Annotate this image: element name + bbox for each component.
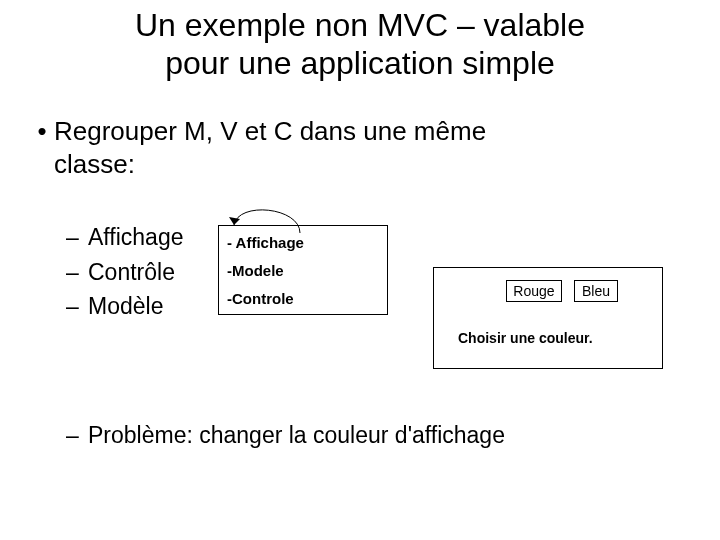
class-item-modele: -Modele — [227, 262, 284, 279]
bullet-indent — [30, 148, 54, 181]
example-ui-box: Rouge Bleu Choisir une couleur. — [433, 267, 663, 369]
dash-icon: – — [66, 255, 88, 290]
sub-bullet-affichage: –Affichage — [66, 220, 183, 255]
dash-icon: – — [66, 418, 88, 453]
bullet-text-line1: Regrouper M, V et C dans une même — [54, 116, 486, 146]
sub-label: Contrôle — [88, 259, 175, 285]
sub-label: Affichage — [88, 224, 183, 250]
slide-title: Un exemple non MVC – valable pour une ap… — [0, 6, 720, 83]
dash-icon: – — [66, 289, 88, 324]
dash-icon: – — [66, 220, 88, 255]
bullet-text-line2: classe: — [54, 149, 135, 179]
title-line-2: pour une application simple — [165, 45, 555, 81]
bleu-button[interactable]: Bleu — [574, 280, 618, 302]
title-line-1: Un exemple non MVC – valable — [135, 7, 585, 43]
sub-bullets: –Affichage –Contrôle –Modèle — [66, 220, 183, 324]
rouge-button[interactable]: Rouge — [506, 280, 562, 302]
sub-bullet-modele: –Modèle — [66, 289, 183, 324]
class-item-affichage: - Affichage — [227, 234, 304, 251]
class-structure-box: - Affichage -Modele -Controle — [218, 225, 388, 315]
class-item-controle: -Controle — [227, 290, 294, 307]
sub-label: Modèle — [88, 293, 163, 319]
example-caption: Choisir une couleur. — [458, 330, 593, 346]
bullet-group: •Regrouper M, V et C dans une même class… — [30, 115, 670, 180]
sub-bullet-controle: –Contrôle — [66, 255, 183, 290]
slide: Un exemple non MVC – valable pour une ap… — [0, 0, 720, 540]
problem-bullet: –Problème: changer la couleur d'affichag… — [66, 418, 505, 453]
problem-text: Problème: changer la couleur d'affichage — [88, 422, 505, 448]
bullet-dot-icon: • — [30, 115, 54, 148]
